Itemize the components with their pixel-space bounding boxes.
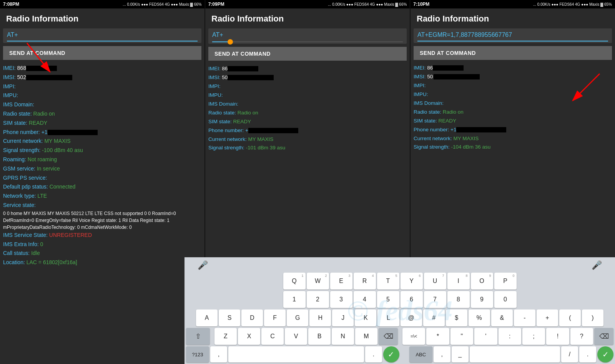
key-t[interactable]: 5 T <box>377 273 399 290</box>
panel-3-input-area[interactable]: AT+EGMR=1,7,887788955667767 <box>414 28 612 43</box>
key-3[interactable]: 3 <box>330 291 352 308</box>
key-plus[interactable]: + <box>537 309 558 326</box>
panel-1-input-underline <box>7 41 198 41</box>
key-e[interactable]: 3 E <box>330 273 352 290</box>
panel-3-at-input[interactable]: AT+EGMR=1,7,887788955667767 <box>417 31 608 38</box>
panel-3-impi: IMPI: <box>414 81 612 90</box>
key-v[interactable]: V <box>285 328 307 345</box>
key-hash[interactable]: # <box>423 309 445 326</box>
key-colon[interactable]: : <box>499 328 521 345</box>
key-1[interactable]: 1 <box>283 291 306 308</box>
mic-icon-left[interactable]: 🎤 <box>198 260 208 270</box>
key-r[interactable]: 4 R <box>354 273 376 290</box>
key-underscore[interactable]: _ <box>452 346 469 362</box>
key-squote[interactable]: ' <box>474 328 497 345</box>
key-minus[interactable]: - <box>514 309 535 326</box>
key-5[interactable]: 5 <box>377 291 399 308</box>
panel-2-sim-state: SIM state: READY <box>208 117 407 126</box>
key-shift[interactable]: ⇧ <box>186 328 210 345</box>
panel-2-impu: IMPU: <box>208 91 407 100</box>
key-dot-right[interactable]: . <box>579 346 596 362</box>
key-enter-right[interactable]: ✓ <box>597 346 613 362</box>
key-d[interactable]: D <box>241 309 263 326</box>
key-b[interactable]: B <box>308 328 331 345</box>
time-1: 7:08PM <box>3 2 19 7</box>
key-question[interactable]: ? <box>570 328 593 345</box>
key-percent[interactable]: % <box>469 309 490 326</box>
key-symbols-btn[interactable]: ?123 <box>186 346 209 362</box>
panel-3-sim-state: SIM state: READY <box>414 117 612 126</box>
key-asterisk[interactable]: * <box>426 328 449 345</box>
key-dot-left[interactable]: . <box>365 346 382 362</box>
panel-3-send-button[interactable]: SEND AT COMMAND <box>414 46 612 60</box>
panel-3-phone-number: Phone number: +1 <box>414 126 612 134</box>
panel-3-imei: IMEI: 86 <box>414 64 612 73</box>
time-2: 7:09PM <box>208 2 224 7</box>
key-dquote[interactable]: " <box>450 328 473 345</box>
key-rparen[interactable]: ) <box>582 309 603 326</box>
status-icons-1: ... 0.00K/s ●●● FEDS64 4G ●●● Maxis ▓ 66… <box>123 2 201 7</box>
key-bkslash[interactable]: =\< <box>402 328 425 345</box>
key-space-right[interactable] <box>470 346 560 362</box>
key-s[interactable]: S <box>219 309 240 326</box>
key-w[interactable]: 2 W <box>307 273 329 290</box>
key-j[interactable]: J <box>332 309 354 326</box>
key-f[interactable]: F <box>264 309 286 326</box>
mic-icon-right[interactable]: 🎤 <box>592 260 602 270</box>
panel-2-slider[interactable] <box>212 41 403 42</box>
panel-2-send-button[interactable]: SEND AT COMMAND <box>208 47 407 61</box>
panel-1-send-button[interactable]: SEND AT COMMAND <box>3 46 201 60</box>
key-o[interactable]: 9 O <box>471 273 493 290</box>
key-amp[interactable]: & <box>491 309 513 326</box>
panel-1-gprs: GPRS PS service: <box>3 174 201 183</box>
key-2[interactable]: 2 <box>307 291 329 308</box>
main-panels: Radio Information AT+ SEND AT COMMAND IM… <box>0 8 615 364</box>
panel-1-at-input[interactable]: AT+ <box>7 31 198 38</box>
key-slash[interactable]: / <box>561 346 578 362</box>
key-x[interactable]: X <box>238 328 260 345</box>
key-i[interactable]: 8 I <box>447 273 470 290</box>
key-y[interactable]: 6 Y <box>401 273 423 290</box>
key-semicolon[interactable]: ; <box>522 328 545 345</box>
panel-2-at-input[interactable]: AT+ <box>212 31 403 38</box>
key-space[interactable] <box>228 346 364 362</box>
key-a[interactable]: A <box>196 309 218 326</box>
key-del-right[interactable]: ⌫ <box>594 328 613 345</box>
panel-2-input-area[interactable]: AT+ <box>208 28 407 44</box>
key-abc-btn[interactable]: ABC <box>409 346 432 362</box>
key-m[interactable]: M <box>355 328 377 345</box>
key-u[interactable]: 7 U <box>424 273 446 290</box>
key-k[interactable]: K <box>355 309 376 326</box>
key-comma-right[interactable]: , <box>434 346 450 362</box>
panel-2-imei: IMEI: 86 <box>208 65 407 73</box>
key-h[interactable]: H <box>309 309 331 326</box>
key-dollar[interactable]: $ <box>446 309 467 326</box>
key-6[interactable]: 6 <box>401 291 423 308</box>
panel-1-impi: IMPI: <box>3 82 201 91</box>
panel-1-sim-state: SIM state: READY <box>3 119 201 128</box>
key-0[interactable]: 0 <box>494 291 517 308</box>
key-at[interactable]: @ <box>401 309 422 326</box>
key-8[interactable]: 8 <box>447 291 470 308</box>
panel-2-slider-knob[interactable] <box>228 39 233 45</box>
panel-1-input-area[interactable]: AT+ <box>3 28 201 43</box>
key-7[interactable]: 7 <box>424 291 446 308</box>
key-g[interactable]: G <box>287 309 308 326</box>
key-n[interactable]: N <box>332 328 354 345</box>
key-enter-left[interactable]: ✓ <box>383 346 399 362</box>
key-lparen[interactable]: ( <box>559 309 581 326</box>
panel-3-network: Current network: MY MAXIS <box>414 134 612 143</box>
key-row-zxcv: ⇧ Z X C V B N M ⌫ =\< * " ' : ; ! ? ⌫ <box>186 328 613 345</box>
key-l[interactable]: L <box>377 309 399 326</box>
key-backspace[interactable]: ⌫ <box>379 328 398 345</box>
key-exclaim[interactable]: ! <box>546 328 569 345</box>
key-p[interactable]: 0 P <box>494 273 517 290</box>
key-9[interactable]: 9 <box>471 291 493 308</box>
status-icons-2: ... 0.00K/s ●●● FEDS64 4G ●●● Maxis ▓ 66… <box>328 2 407 7</box>
key-comma-left[interactable]: , <box>210 346 227 362</box>
key-q[interactable]: 1 Q <box>283 273 306 290</box>
key-c[interactable]: C <box>261 328 284 345</box>
key-4[interactable]: 4 <box>354 291 376 308</box>
key-z[interactable]: Z <box>214 328 237 345</box>
panel-3-input-underline <box>417 41 608 41</box>
